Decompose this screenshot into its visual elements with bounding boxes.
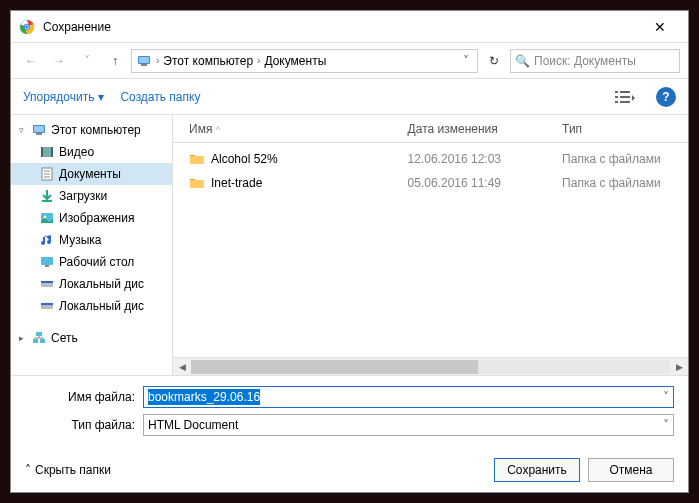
music-icon [39, 232, 55, 248]
folder-icon [189, 151, 205, 167]
svg-point-4 [25, 25, 28, 28]
svg-rect-13 [620, 101, 630, 103]
cancel-button[interactable]: Отмена [588, 458, 674, 482]
scroll-track[interactable] [191, 360, 670, 374]
sidebar-item-music[interactable]: Музыка [11, 229, 172, 251]
column-type[interactable]: Тип [554, 122, 688, 136]
svg-rect-6 [139, 57, 149, 63]
file-name: Alcohol 52% [211, 152, 278, 166]
document-icon [39, 166, 55, 182]
pc-icon [31, 122, 47, 138]
sidebar-item-pictures[interactable]: Изображения [11, 207, 172, 229]
video-icon [39, 144, 55, 160]
file-list: Alcohol 52% 12.06.2016 12:03 Папка с фай… [173, 143, 688, 357]
sidebar-item-this-pc[interactable]: ▿ Этот компьютер [11, 119, 172, 141]
column-name[interactable]: Имя ^ [173, 122, 400, 136]
pc-icon [136, 53, 152, 69]
form-area: Имя файла: bookmarks_29.06.16 ˅ Тип файл… [11, 375, 688, 448]
new-folder-button[interactable]: Создать папку [120, 90, 200, 104]
scroll-thumb[interactable] [191, 360, 478, 374]
sidebar-item-network[interactable]: ▸ Сеть [11, 327, 172, 349]
svg-rect-10 [615, 96, 618, 98]
chrome-icon [19, 19, 35, 35]
file-name: Inet-trade [211, 176, 262, 190]
titlebar: Сохранение ✕ [11, 11, 688, 43]
expand-icon[interactable]: ▸ [19, 333, 31, 343]
filetype-select[interactable]: HTML Document ˅ [143, 414, 674, 436]
save-dialog: Сохранение ✕ ← → ˅ ↑ › Этот компьютер › … [10, 10, 689, 493]
hide-folders-button[interactable]: ˄ Скрыть папки [25, 463, 111, 477]
download-icon [39, 188, 55, 204]
file-row[interactable]: Alcohol 52% 12.06.2016 12:03 Папка с фай… [173, 147, 688, 171]
filetype-label: Тип файла: [25, 418, 143, 432]
bottom-bar: ˄ Скрыть папки Сохранить Отмена [11, 448, 688, 492]
svg-rect-35 [36, 332, 42, 336]
file-row[interactable]: Inet-trade 05.06.2016 11:49 Папка с файл… [173, 171, 688, 195]
svg-rect-34 [40, 339, 45, 343]
scroll-right-icon[interactable]: ▶ [670, 362, 688, 372]
nav-recent-button[interactable]: ˅ [75, 49, 99, 73]
main-area: ▿ Этот компьютер Видео Документы Загрузк… [11, 115, 688, 375]
navigation-bar: ← → ˅ ↑ › Этот компьютер › Документы ˅ ↻… [11, 43, 688, 79]
svg-rect-15 [34, 126, 44, 132]
disk-icon [39, 298, 55, 314]
dialog-title: Сохранение [43, 20, 640, 34]
filename-input[interactable]: bookmarks_29.06.16 ˅ [143, 386, 674, 408]
sidebar-item-local-disk[interactable]: Локальный дис [11, 273, 172, 295]
column-date[interactable]: Дата изменения [400, 122, 555, 136]
sidebar-item-local-disk[interactable]: Локальный дис [11, 295, 172, 317]
collapse-icon[interactable]: ▿ [19, 125, 31, 135]
filename-label: Имя файла: [25, 390, 143, 404]
breadcrumb-dropdown-icon[interactable]: ˅ [459, 54, 473, 68]
sidebar-item-downloads[interactable]: Загрузки [11, 185, 172, 207]
desktop-icon [39, 254, 55, 270]
picture-icon [39, 210, 55, 226]
file-type: Папка с файлами [554, 176, 688, 190]
svg-rect-19 [51, 147, 53, 157]
nav-up-button[interactable]: ↑ [103, 49, 127, 73]
nav-forward-button[interactable]: → [47, 49, 71, 73]
svg-rect-8 [615, 91, 618, 93]
breadcrumb-folder[interactable]: Документы [260, 54, 330, 68]
svg-rect-18 [41, 147, 43, 157]
chevron-down-icon[interactable]: ˅ [663, 390, 669, 404]
sidebar-item-desktop[interactable]: Рабочий стол [11, 251, 172, 273]
close-icon[interactable]: ✕ [640, 19, 680, 35]
sidebar-item-videos[interactable]: Видео [11, 141, 172, 163]
breadcrumb[interactable]: › Этот компьютер › Документы ˅ [131, 49, 478, 73]
svg-rect-11 [620, 96, 630, 98]
search-icon: 🔍 [515, 54, 530, 68]
svg-rect-28 [45, 265, 49, 267]
horizontal-scrollbar[interactable]: ◀ ▶ [173, 357, 688, 375]
svg-rect-9 [620, 91, 630, 93]
view-options-button[interactable] [610, 85, 640, 109]
file-date: 12.06.2016 12:03 [400, 152, 555, 166]
sidebar-item-documents[interactable]: Документы [11, 163, 172, 185]
nav-back-button[interactable]: ← [19, 49, 43, 73]
scroll-left-icon[interactable]: ◀ [173, 362, 191, 372]
chevron-down-icon: ▾ [98, 90, 104, 104]
organize-button[interactable]: Упорядочить ▾ [23, 90, 104, 104]
file-date: 05.06.2016 11:49 [400, 176, 555, 190]
toolbar: Упорядочить ▾ Создать папку ? [11, 79, 688, 115]
search-placeholder: Поиск: Документы [534, 54, 636, 68]
chevron-up-icon: ˄ [25, 463, 31, 477]
svg-rect-30 [41, 281, 53, 283]
disk-icon [39, 276, 55, 292]
file-type: Папка с файлами [554, 152, 688, 166]
svg-rect-7 [141, 64, 147, 66]
network-icon [31, 330, 47, 346]
breadcrumb-root[interactable]: Этот компьютер [159, 54, 257, 68]
search-input[interactable]: 🔍 Поиск: Документы [510, 49, 680, 73]
svg-rect-12 [615, 101, 618, 103]
column-headers: Имя ^ Дата изменения Тип [173, 115, 688, 143]
chevron-down-icon[interactable]: ˅ [663, 418, 669, 432]
folder-icon [189, 175, 205, 191]
svg-rect-27 [41, 257, 53, 265]
save-button[interactable]: Сохранить [494, 458, 580, 482]
sidebar: ▿ Этот компьютер Видео Документы Загрузк… [11, 115, 173, 375]
content-area: Имя ^ Дата изменения Тип Alcohol 52% 12.… [173, 115, 688, 375]
refresh-button[interactable]: ↻ [482, 49, 506, 73]
svg-rect-16 [36, 133, 42, 135]
help-button[interactable]: ? [656, 87, 676, 107]
